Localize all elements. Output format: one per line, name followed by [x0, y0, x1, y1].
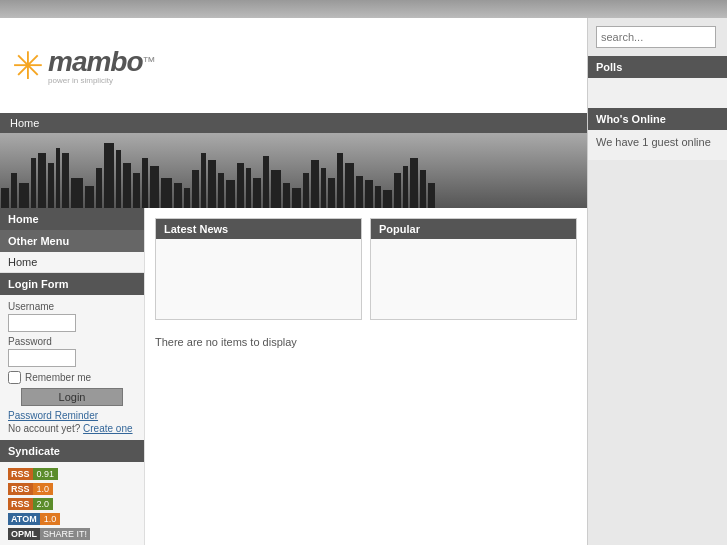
main-column: ✳ mambo™ power in simplicity Home	[0, 18, 587, 545]
top-decorative-bar	[0, 0, 727, 18]
page-wrapper: ✳ mambo™ power in simplicity Home	[0, 18, 727, 545]
create-account-link[interactable]: Create one	[83, 423, 132, 434]
nav-bar: Home	[0, 113, 587, 133]
logo-mambo-text: mambo™	[48, 46, 156, 78]
sidebar-login-form-header: Login Form	[0, 273, 144, 295]
remember-me-row: Remember me	[8, 371, 136, 384]
search-input[interactable]	[596, 26, 716, 48]
whos-online-text: We have 1 guest online	[596, 136, 711, 148]
site-header: ✳ mambo™ power in simplicity	[0, 18, 587, 113]
opml-share-badge[interactable]: OPML SHARE IT!	[8, 528, 90, 540]
syndicate-badges-area: RSS 0.91 RSS 1.0 RSS 2.0 ATOM 1.0	[0, 462, 144, 545]
sidebar-home-item[interactable]: Home	[0, 252, 144, 273]
username-label: Username	[8, 301, 136, 312]
popular-content	[371, 239, 576, 319]
rss-10-badge[interactable]: RSS 1.0	[8, 483, 53, 495]
right-sidebar: Polls Who's Online We have 1 guest onlin…	[587, 18, 727, 545]
atom-10-badge[interactable]: ATOM 1.0	[8, 513, 60, 525]
logo-area: ✳ mambo™ power in simplicity	[12, 46, 156, 85]
whos-online-header: Who's Online	[588, 108, 727, 130]
username-input[interactable]	[8, 314, 76, 332]
logo-text: mambo™ power in simplicity	[48, 46, 156, 85]
popular-header: Popular	[371, 219, 576, 239]
sidebar-syndicate-header: Syndicate	[0, 440, 144, 462]
popular-box: Popular	[370, 218, 577, 320]
logo-tagline: power in simplicity	[48, 76, 156, 85]
news-sections: Latest News Popular	[155, 218, 577, 320]
password-input[interactable]	[8, 349, 76, 367]
sidebar-other-menu[interactable]: Other Menu	[0, 230, 144, 252]
password-label: Password	[8, 336, 136, 347]
sidebar-home-header[interactable]: Home	[0, 208, 144, 230]
buildings-decoration	[0, 143, 587, 208]
no-account-row: No account yet? Create one	[8, 423, 136, 434]
nav-home[interactable]: Home	[10, 117, 39, 129]
main-content: Latest News Popular There are no items t…	[145, 208, 587, 545]
no-items-message: There are no items to display	[155, 328, 577, 356]
site-banner	[0, 133, 587, 208]
content-area: Home Other Menu Home Login Form Username	[0, 208, 587, 545]
skyline-image	[0, 133, 587, 208]
latest-news-header: Latest News	[156, 219, 361, 239]
latest-news-content	[156, 239, 361, 319]
password-reminder-link: Password Reminder No account yet? Create…	[8, 410, 136, 434]
password-reminder-text[interactable]: Password Reminder	[8, 410, 136, 421]
polls-content	[588, 78, 727, 108]
rss-091-badge[interactable]: RSS 0.91	[8, 468, 58, 480]
whos-online-content: We have 1 guest online	[588, 130, 727, 160]
logo-asterisk-icon: ✳	[12, 47, 44, 85]
left-sidebar: Home Other Menu Home Login Form Username	[0, 208, 145, 545]
remember-me-checkbox[interactable]	[8, 371, 21, 384]
polls-header: Polls	[588, 56, 727, 78]
login-button[interactable]: Login	[21, 388, 123, 406]
login-form: Username Password Remember me Login Pass…	[0, 295, 144, 440]
latest-news-box: Latest News	[155, 218, 362, 320]
rss-20-badge[interactable]: RSS 2.0	[8, 498, 53, 510]
